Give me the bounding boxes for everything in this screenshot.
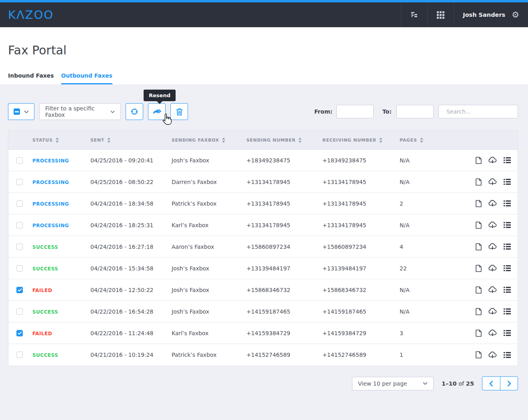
sent-timestamp: 04/21/2016 - 10:19:24 xyxy=(90,352,172,358)
tab-inbound-faxes[interactable]: Inbound Faxes xyxy=(8,72,54,84)
pager xyxy=(482,376,518,390)
select-all-dropdown[interactable] xyxy=(8,103,34,120)
faxbox-filter-value: Filter to a specific Faxbox xyxy=(45,105,110,118)
sending-number: +14159384729 xyxy=(246,330,322,336)
details-icon[interactable] xyxy=(504,352,511,358)
sending-faxbox: Josh’s Faxbox xyxy=(172,287,246,293)
sending-number: +13134178945 xyxy=(246,179,322,185)
column-header-sent[interactable]: Sent xyxy=(90,138,172,143)
details-icon[interactable] xyxy=(504,330,511,336)
status-badge: PROCESSING xyxy=(32,223,69,228)
details-icon[interactable] xyxy=(504,179,511,185)
column-header-sending-faxbox[interactable]: Sending Faxbox xyxy=(172,138,246,143)
prev-page-button[interactable] xyxy=(482,377,500,390)
column-header-sending-number[interactable]: Sending Number xyxy=(246,138,322,143)
row-checkbox[interactable] xyxy=(16,308,23,315)
range-total: 25 xyxy=(466,380,474,387)
row-checkbox[interactable] xyxy=(16,265,23,272)
download-icon[interactable] xyxy=(488,200,497,207)
download-icon[interactable] xyxy=(488,157,497,164)
details-icon[interactable] xyxy=(504,157,511,163)
sent-timestamp: 04/25/2016 - 08:50:22 xyxy=(90,179,172,185)
sent-timestamp: 04/24/2016 - 12:50:22 xyxy=(90,287,172,293)
details-icon[interactable] xyxy=(504,200,511,206)
sending-number: +15868346732 xyxy=(246,287,322,293)
download-icon[interactable] xyxy=(488,330,497,336)
row-checkbox[interactable] xyxy=(16,352,23,358)
document-icon[interactable] xyxy=(476,351,482,358)
table-row: SUCCESS 04/21/2016 - 10:19:24 Patrick’s … xyxy=(8,344,518,366)
sort-icon xyxy=(420,138,423,143)
delete-button[interactable] xyxy=(170,103,188,120)
row-checkbox[interactable] xyxy=(16,200,23,207)
user-menu[interactable]: Josh Sanders ⚙ xyxy=(454,2,528,27)
document-icon[interactable] xyxy=(476,200,482,207)
range-of: of xyxy=(458,380,464,387)
status-badge: SUCCESS xyxy=(32,352,58,358)
document-icon[interactable] xyxy=(476,222,482,229)
refresh-icon xyxy=(130,108,138,116)
sending-number: +14152746589 xyxy=(246,352,322,358)
next-page-button[interactable] xyxy=(500,377,518,390)
download-icon[interactable] xyxy=(488,222,497,228)
to-date-input[interactable] xyxy=(396,105,434,118)
row-checkbox[interactable] xyxy=(16,287,23,293)
sending-number: +13134178945 xyxy=(246,200,322,207)
download-icon[interactable] xyxy=(488,178,497,185)
download-icon[interactable] xyxy=(488,308,497,315)
row-checkbox[interactable] xyxy=(16,222,23,228)
from-date-input[interactable] xyxy=(336,105,374,118)
table-row: PROCESSING 04/25/2016 - 09:20:41 Josh’s … xyxy=(8,150,518,171)
download-icon[interactable] xyxy=(488,243,497,250)
document-icon[interactable] xyxy=(476,178,482,186)
document-icon[interactable] xyxy=(476,330,482,337)
document-icon[interactable] xyxy=(476,243,482,250)
document-icon[interactable] xyxy=(476,286,482,294)
sending-faxbox: Josh’s Faxbox xyxy=(172,265,246,272)
tab-outbound-faxes[interactable]: Outbound Faxes xyxy=(61,72,112,84)
pages-count: N/A xyxy=(400,308,462,315)
apps-menu-button[interactable] xyxy=(427,2,454,27)
account-hierarchy-button[interactable] xyxy=(401,2,427,27)
details-icon[interactable] xyxy=(504,308,511,314)
details-icon[interactable] xyxy=(504,287,511,293)
receiving-number: +14152746589 xyxy=(322,352,400,358)
document-icon[interactable] xyxy=(476,308,482,315)
user-name: Josh Sanders xyxy=(463,12,505,18)
document-icon[interactable] xyxy=(476,157,482,164)
pagination-footer: View 10 per page 1–10 of 25 xyxy=(8,376,518,390)
column-header-receiving-number[interactable]: Receiving Number xyxy=(322,138,400,143)
search-input[interactable] xyxy=(446,108,516,115)
row-checkbox[interactable] xyxy=(16,244,23,250)
download-icon[interactable] xyxy=(488,265,497,272)
row-checkbox[interactable] xyxy=(16,179,23,185)
receiving-number: +13139484197 xyxy=(322,265,400,272)
row-checkbox[interactable] xyxy=(16,157,23,164)
sent-timestamp: 04/24/2016 - 15:34:58 xyxy=(90,265,172,272)
row-checkbox[interactable] xyxy=(16,330,23,336)
gear-icon[interactable]: ⚙ xyxy=(512,11,519,19)
sent-timestamp: 04/22/2016 - 11:24:48 xyxy=(90,330,172,336)
sent-timestamp: 04/25/2016 - 09:20:41 xyxy=(90,157,172,164)
document-icon[interactable] xyxy=(476,265,482,272)
column-header-status[interactable]: Status xyxy=(32,138,90,143)
per-page-select[interactable]: View 10 per page xyxy=(352,377,434,390)
hierarchy-icon xyxy=(410,12,418,18)
table-row: SUCCESS 04/24/2016 - 16:27:18 Aaron’s Fa… xyxy=(8,236,518,258)
chevron-down-icon xyxy=(24,110,29,113)
download-icon[interactable] xyxy=(488,286,497,293)
page-header: Fax Portal Inbound Faxes Outbound Faxes xyxy=(0,27,528,84)
column-header-pages[interactable]: Pages xyxy=(400,138,462,143)
details-icon[interactable] xyxy=(504,244,511,250)
refresh-button[interactable] xyxy=(126,103,143,120)
details-icon[interactable] xyxy=(504,265,511,271)
results-range: 1–10 of 25 xyxy=(442,380,474,387)
details-icon[interactable] xyxy=(504,222,511,228)
select-all-checkbox[interactable] xyxy=(14,108,20,115)
trash-icon xyxy=(176,108,183,116)
table-row: FAILED 04/24/2016 - 12:50:22 Josh’s Faxb… xyxy=(8,279,518,301)
table-row: FAILED 04/22/2016 - 11:24:48 Karl’s Faxb… xyxy=(8,322,518,344)
sent-timestamp: 04/24/2016 - 18:25:31 xyxy=(90,222,172,228)
download-icon[interactable] xyxy=(488,352,497,358)
faxbox-filter-select[interactable]: Filter to a specific Faxbox xyxy=(39,103,121,120)
